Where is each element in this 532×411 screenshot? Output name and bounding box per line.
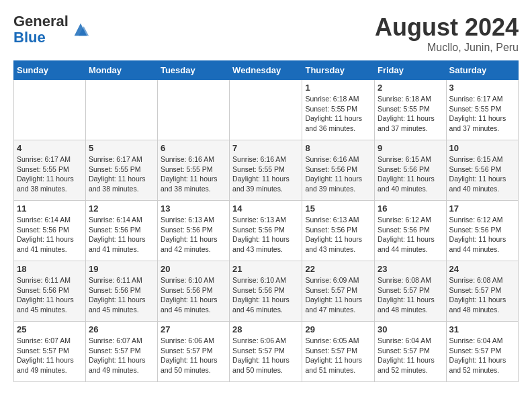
day-cell <box>230 80 302 140</box>
day-number: 20 <box>161 264 226 274</box>
day-number: 11 <box>17 203 83 214</box>
day-info: Sunrise: 6:17 AM Sunset: 5:55 PM Dayligh… <box>449 94 515 134</box>
day-number: 24 <box>449 264 515 274</box>
day-cell: 16Sunrise: 6:12 AM Sunset: 5:56 PM Dayli… <box>375 201 447 261</box>
day-info: Sunrise: 6:16 AM Sunset: 5:55 PM Dayligh… <box>161 154 226 194</box>
day-number: 19 <box>89 264 154 274</box>
day-cell: 10Sunrise: 6:15 AM Sunset: 5:56 PM Dayli… <box>446 140 518 201</box>
day-info: Sunrise: 6:05 AM Sunset: 5:57 PM Dayligh… <box>305 336 371 375</box>
day-number: 2 <box>378 83 443 93</box>
day-cell: 29Sunrise: 6:05 AM Sunset: 5:57 PM Dayli… <box>302 322 375 382</box>
day-number: 22 <box>305 264 371 274</box>
day-info: Sunrise: 6:08 AM Sunset: 5:57 PM Dayligh… <box>449 275 515 315</box>
day-cell: 20Sunrise: 6:10 AM Sunset: 5:56 PM Dayli… <box>157 261 229 322</box>
day-number: 12 <box>89 203 154 214</box>
day-cell: 15Sunrise: 6:13 AM Sunset: 5:56 PM Dayli… <box>302 201 375 261</box>
day-cell: 27Sunrise: 6:06 AM Sunset: 5:57 PM Dayli… <box>157 322 229 382</box>
header-day-friday: Friday <box>375 61 447 80</box>
title-block: August 2024 Mucllo, Junin, Peru <box>375 13 519 54</box>
day-cell: 17Sunrise: 6:12 AM Sunset: 5:56 PM Dayli… <box>446 201 518 261</box>
day-number: 26 <box>89 324 154 334</box>
day-info: Sunrise: 6:10 AM Sunset: 5:56 PM Dayligh… <box>161 275 226 315</box>
day-number: 6 <box>161 143 226 153</box>
day-info: Sunrise: 6:17 AM Sunset: 5:55 PM Dayligh… <box>17 154 83 194</box>
day-info: Sunrise: 6:09 AM Sunset: 5:57 PM Dayligh… <box>305 275 371 315</box>
day-info: Sunrise: 6:07 AM Sunset: 5:57 PM Dayligh… <box>89 336 154 375</box>
day-info: Sunrise: 6:13 AM Sunset: 5:56 PM Dayligh… <box>161 215 226 255</box>
day-cell: 5Sunrise: 6:17 AM Sunset: 5:55 PM Daylig… <box>85 140 157 201</box>
day-number: 18 <box>17 264 83 274</box>
day-info: Sunrise: 6:07 AM Sunset: 5:57 PM Dayligh… <box>17 336 83 375</box>
day-info: Sunrise: 6:17 AM Sunset: 5:55 PM Dayligh… <box>89 154 154 194</box>
day-info: Sunrise: 6:11 AM Sunset: 5:56 PM Dayligh… <box>89 275 154 315</box>
day-info: Sunrise: 6:14 AM Sunset: 5:56 PM Dayligh… <box>17 215 83 255</box>
day-cell: 24Sunrise: 6:08 AM Sunset: 5:57 PM Dayli… <box>446 261 518 322</box>
day-info: Sunrise: 6:13 AM Sunset: 5:56 PM Dayligh… <box>305 215 371 255</box>
day-cell: 3Sunrise: 6:17 AM Sunset: 5:55 PM Daylig… <box>446 80 518 140</box>
logo: General Blue <box>13 13 90 46</box>
header-row: SundayMondayTuesdayWednesdayThursdayFrid… <box>14 61 519 80</box>
day-info: Sunrise: 6:16 AM Sunset: 5:56 PM Dayligh… <box>305 154 371 194</box>
day-cell: 18Sunrise: 6:11 AM Sunset: 5:56 PM Dayli… <box>14 261 86 322</box>
week-row-1: 1Sunrise: 6:18 AM Sunset: 5:55 PM Daylig… <box>14 80 519 140</box>
day-number: 23 <box>378 264 443 274</box>
day-number: 27 <box>161 324 226 334</box>
day-cell <box>14 80 86 140</box>
day-cell: 31Sunrise: 6:04 AM Sunset: 5:57 PM Dayli… <box>446 322 518 382</box>
header-day-saturday: Saturday <box>446 61 518 80</box>
day-number: 10 <box>449 143 515 153</box>
day-info: Sunrise: 6:15 AM Sunset: 5:56 PM Dayligh… <box>449 154 515 194</box>
day-info: Sunrise: 6:12 AM Sunset: 5:56 PM Dayligh… <box>449 215 515 255</box>
month-year-title: August 2024 <box>375 13 519 42</box>
day-cell: 28Sunrise: 6:06 AM Sunset: 5:57 PM Dayli… <box>230 322 302 382</box>
day-number: 30 <box>378 324 443 334</box>
day-cell: 11Sunrise: 6:14 AM Sunset: 5:56 PM Dayli… <box>14 201 86 261</box>
day-info: Sunrise: 6:18 AM Sunset: 5:55 PM Dayligh… <box>305 94 371 134</box>
logo-blue-text: Blue <box>13 29 46 46</box>
day-number: 28 <box>232 324 299 334</box>
day-cell: 26Sunrise: 6:07 AM Sunset: 5:57 PM Dayli… <box>85 322 157 382</box>
header-day-monday: Monday <box>85 61 157 80</box>
day-number: 7 <box>232 143 299 153</box>
header-day-thursday: Thursday <box>302 61 375 80</box>
day-number: 31 <box>449 324 515 334</box>
logo-icon <box>71 20 90 39</box>
header-day-sunday: Sunday <box>14 61 86 80</box>
page-header: General Blue August 2024 Mucllo, Junin, … <box>13 13 519 54</box>
logo-general-text: General <box>13 13 69 30</box>
day-cell: 25Sunrise: 6:07 AM Sunset: 5:57 PM Dayli… <box>14 322 86 382</box>
day-number: 8 <box>305 143 371 153</box>
day-info: Sunrise: 6:14 AM Sunset: 5:56 PM Dayligh… <box>89 215 154 255</box>
day-number: 13 <box>161 203 226 214</box>
day-info: Sunrise: 6:04 AM Sunset: 5:57 PM Dayligh… <box>449 336 515 375</box>
day-cell: 9Sunrise: 6:15 AM Sunset: 5:56 PM Daylig… <box>375 140 447 201</box>
day-cell: 21Sunrise: 6:10 AM Sunset: 5:56 PM Dayli… <box>230 261 302 322</box>
day-number: 15 <box>305 203 371 214</box>
day-info: Sunrise: 6:12 AM Sunset: 5:56 PM Dayligh… <box>378 215 443 255</box>
day-number: 16 <box>378 203 443 214</box>
day-number: 21 <box>232 264 299 274</box>
day-number: 14 <box>232 203 299 214</box>
week-row-4: 18Sunrise: 6:11 AM Sunset: 5:56 PM Dayli… <box>14 261 519 322</box>
day-cell: 22Sunrise: 6:09 AM Sunset: 5:57 PM Dayli… <box>302 261 375 322</box>
day-cell: 1Sunrise: 6:18 AM Sunset: 5:55 PM Daylig… <box>302 80 375 140</box>
day-cell: 19Sunrise: 6:11 AM Sunset: 5:56 PM Dayli… <box>85 261 157 322</box>
calendar-table: SundayMondayTuesdayWednesdayThursdayFrid… <box>13 60 519 382</box>
day-info: Sunrise: 6:18 AM Sunset: 5:55 PM Dayligh… <box>378 94 443 134</box>
day-number: 1 <box>305 83 371 93</box>
day-cell: 4Sunrise: 6:17 AM Sunset: 5:55 PM Daylig… <box>14 140 86 201</box>
day-info: Sunrise: 6:04 AM Sunset: 5:57 PM Dayligh… <box>378 336 443 375</box>
day-info: Sunrise: 6:16 AM Sunset: 5:55 PM Dayligh… <box>232 154 299 194</box>
day-number: 29 <box>305 324 371 334</box>
location-subtitle: Mucllo, Junin, Peru <box>375 42 519 54</box>
day-info: Sunrise: 6:06 AM Sunset: 5:57 PM Dayligh… <box>232 336 299 375</box>
week-row-5: 25Sunrise: 6:07 AM Sunset: 5:57 PM Dayli… <box>14 322 519 382</box>
day-info: Sunrise: 6:10 AM Sunset: 5:56 PM Dayligh… <box>232 275 299 315</box>
week-row-2: 4Sunrise: 6:17 AM Sunset: 5:55 PM Daylig… <box>14 140 519 201</box>
day-info: Sunrise: 6:15 AM Sunset: 5:56 PM Dayligh… <box>378 154 443 194</box>
day-cell: 8Sunrise: 6:16 AM Sunset: 5:56 PM Daylig… <box>302 140 375 201</box>
week-row-3: 11Sunrise: 6:14 AM Sunset: 5:56 PM Dayli… <box>14 201 519 261</box>
day-cell: 6Sunrise: 6:16 AM Sunset: 5:55 PM Daylig… <box>157 140 229 201</box>
day-info: Sunrise: 6:08 AM Sunset: 5:57 PM Dayligh… <box>378 275 443 315</box>
day-cell: 23Sunrise: 6:08 AM Sunset: 5:57 PM Dayli… <box>375 261 447 322</box>
